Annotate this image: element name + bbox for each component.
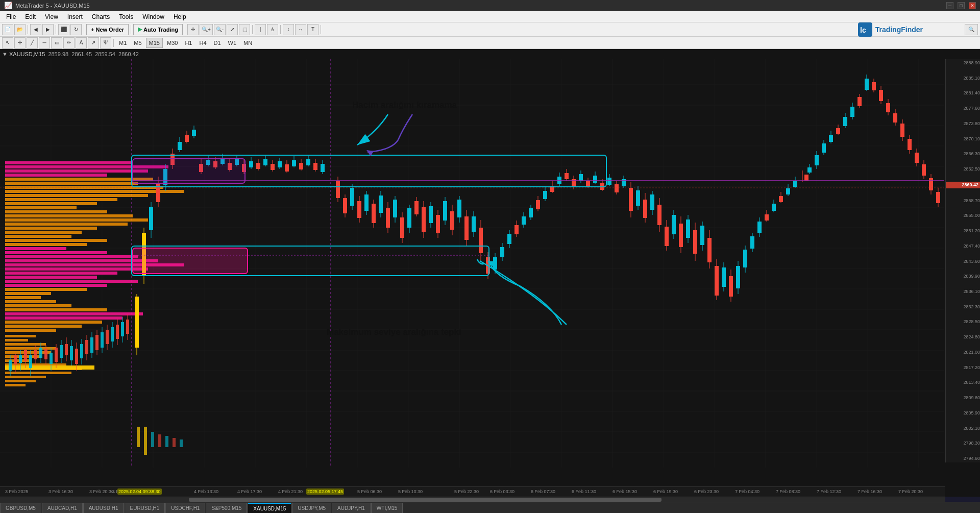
tool-text[interactable]: A [76,37,87,48]
tf-w1[interactable]: W1 [225,38,240,48]
tab-sp500-m15[interactable]: S&P500,M15 [206,503,247,513]
menu-charts[interactable]: Charts [88,12,114,22]
close-button[interactable]: ✕ [969,2,976,9]
toolbar-period-sep[interactable]: ↕ [283,24,294,35]
tf-logo-area: lc TradingFinder [858,22,923,37]
maximize-button[interactable]: □ [958,2,965,9]
tool-hline[interactable]: ─ [39,37,50,48]
svg-rect-136 [111,327,114,341]
time-axis: 3 Feb 2025 3 Feb 16:30 3 Feb 20:30 4 Feb… [0,486,945,497]
toolbar-crosshair[interactable]: ✛ [187,24,199,35]
tab-audcad-h1[interactable]: AUDCAD,H1 [42,503,83,513]
tf-sep1 [113,39,114,47]
menu-help[interactable]: Help [169,12,190,22]
svg-rect-126 [85,340,88,354]
menu-edit[interactable]: Edit [21,12,40,22]
price-tick: 2828.50 [946,319,980,325]
svg-rect-73 [5,247,66,250]
new-order-button[interactable]: + New Order [86,24,129,35]
tab-wti-m15[interactable]: WTI,M15 [371,503,403,513]
tf-h1[interactable]: H1 [182,38,195,48]
tf-m1[interactable]: M1 [116,38,130,48]
toolbar-fit[interactable]: ⤢ [227,24,238,35]
tab-eurusd-h1[interactable]: EURUSD,H1 [125,503,165,513]
svg-rect-348 [872,82,876,90]
app-icon: 📈 [4,2,12,9]
svg-rect-55 [5,174,107,177]
search-button[interactable]: 🔍 [965,24,978,35]
menu-window[interactable]: Window [138,12,168,22]
time-label-highlighted-1: 2025.02.04 09:38:30 [117,488,162,495]
time-label: 5 Feb 22:30 [454,489,479,494]
svg-rect-226 [436,215,440,233]
svg-rect-328 [804,175,808,181]
svg-rect-312 [743,250,747,267]
toolbar-zoom-out[interactable]: 🔍- [214,24,226,35]
toolbar-stop[interactable]: ⬛ [58,24,69,35]
tab-gbpusd-m5[interactable]: GBPUSD,M5 [0,503,41,513]
price-tick: 2817.20 [946,365,980,371]
price-tick: 2802.10 [946,426,980,431]
h-scrollbar[interactable] [0,497,945,502]
svg-rect-158 [185,135,189,142]
tf-m30[interactable]: M30 [164,38,181,48]
menu-insert[interactable]: Insert [63,12,87,22]
h-scrollbar-thumb[interactable] [189,498,662,502]
svg-rect-54 [5,169,148,173]
tool-rect[interactable]: ▭ [51,37,62,48]
toolbar-candle[interactable]: 🕯 [267,24,278,35]
toolbar-open[interactable]: 📂 [14,24,26,35]
toolbar-sep7 [280,25,281,34]
toolbar-refresh[interactable]: ↻ [70,24,82,35]
tool-pen[interactable]: ✏ [63,37,75,48]
toolbar-new[interactable]: 📄 [2,24,13,35]
time-label: 6 Feb 23:30 [694,489,719,494]
tool-line[interactable]: ╱ [27,37,38,48]
tf-h4[interactable]: H4 [196,38,209,48]
svg-rect-314 [750,236,754,249]
svg-rect-332 [815,155,819,165]
svg-rect-346 [865,79,869,90]
menu-file[interactable]: File [2,12,20,22]
chart-container[interactable]: ▼ XAUUSD,M15 2859.98 2861.45 2859.54 286… [0,49,980,497]
svg-rect-81 [5,280,138,283]
svg-rect-63 [5,206,77,209]
tf-mn[interactable]: MN [240,38,255,48]
menu-view[interactable]: View [41,12,62,22]
menu-tools[interactable]: Tools [115,12,137,22]
tab-audusd-h1[interactable]: AUDUSD,H1 [83,503,124,513]
tool-crosshair[interactable]: ✛ [14,37,26,48]
price-tick: 2881.40 [946,90,980,96]
toolbar-bar[interactable]: | [255,24,266,35]
toolbar-fwd[interactable]: ▶ [42,24,54,35]
tf-d1[interactable]: D1 [211,38,224,48]
price-tick: 2832.30 [946,304,980,310]
toolbar-auto-scroll[interactable]: ↔ [295,24,306,35]
tab-usdjpy-m5[interactable]: USDJPY,M5 [292,503,331,513]
svg-rect-96 [9,360,12,371]
svg-rect-40 [5,339,28,341]
toolbar-zoom-in[interactable]: 🔍+ [200,24,213,35]
svg-rect-134 [106,330,109,344]
toolbar-zoom-sel[interactable]: ⬚ [239,24,250,35]
candles-main [135,75,940,355]
svg-rect-254 [536,200,540,209]
tf-m15[interactable]: M15 [146,38,163,48]
minimize-button[interactable]: ─ [946,2,953,9]
svg-rect-62 [5,202,97,205]
toolbar-sep3 [84,25,84,34]
auto-trading-button[interactable]: ▶ Auto Trading [133,24,183,35]
toolbar-template[interactable]: T [307,24,318,35]
price-tick: 2798.30 [946,441,980,446]
toolbar-sep5 [185,25,185,34]
svg-rect-356 [900,124,904,137]
tab-usdchf-h1[interactable]: USDCHF,H1 [165,503,205,513]
tf-m5[interactable]: M5 [131,38,144,48]
tab-audjpy-h1[interactable]: AUDJPY,H1 [332,503,371,513]
tool-arrow[interactable]: ↗ [88,37,99,48]
tool-cursor[interactable]: ↖ [2,37,13,48]
window-title: MetaTrader 5 - XAUUSD,M15 [15,3,90,9]
tool-fib[interactable]: Ψ [100,37,111,48]
tab-xauusd-m15[interactable]: XAUUSD,M15 [248,503,291,513]
toolbar-back[interactable]: ◀ [30,24,41,35]
